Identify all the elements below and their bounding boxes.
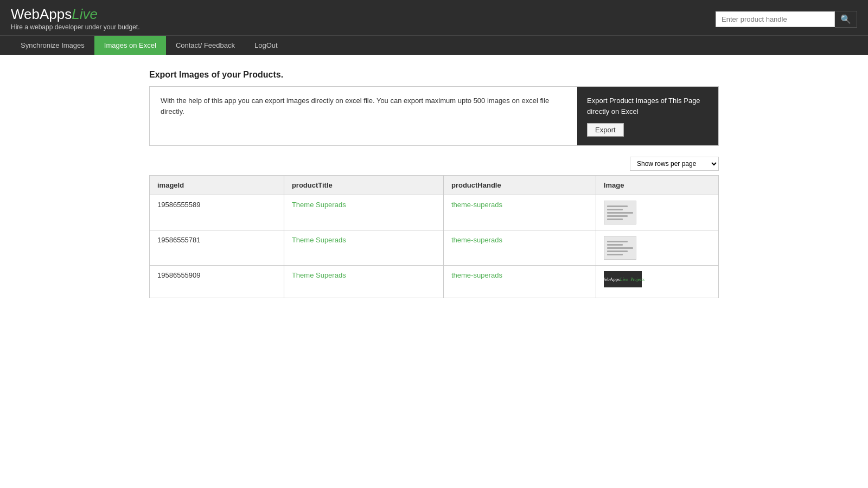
cell-product-title: Theme Superads <box>284 195 443 230</box>
cell-image-id: 19586555589 <box>150 195 284 230</box>
thumb-line <box>607 251 628 252</box>
cell-image-id: 19586555909 <box>150 266 284 298</box>
logo-web: WebApps <box>11 6 72 22</box>
nav-item-contact[interactable]: Contact/ Feedback <box>166 36 245 55</box>
cell-image-id: 19586555781 <box>150 230 284 266</box>
cell-product-handle: theme-superads <box>443 266 596 298</box>
cell-product-title: Theme Superads <box>284 266 443 298</box>
thumb-placeholder <box>604 201 636 224</box>
thumb-projects: Projects <box>630 277 644 282</box>
search-button[interactable]: 🔍 <box>835 11 857 28</box>
page-title: Export Images of your Products. <box>149 70 719 80</box>
search-area: 🔍 <box>716 11 857 28</box>
table-row: 19586555909Theme Superadstheme-superads … <box>150 266 719 298</box>
thumb-line <box>607 219 623 220</box>
thumb-line <box>607 244 623 246</box>
thumb-line <box>607 212 633 214</box>
info-right: Export Product Images of This Page direc… <box>577 87 718 146</box>
thumb-line <box>607 206 628 207</box>
table-controls: Show rows per page 10 25 50 <box>149 157 719 171</box>
main-content: Export Images of your Products. With the… <box>144 70 724 299</box>
cell-image <box>596 230 718 266</box>
col-image-id: imageId <box>150 176 284 195</box>
nav-item-logout[interactable]: LogOut <box>245 36 288 55</box>
data-table: imageId productTitle productHandle Image… <box>149 175 719 298</box>
logo: WebAppsLive <box>11 7 140 22</box>
rows-per-page-select[interactable]: Show rows per page 10 25 50 <box>630 157 719 171</box>
col-image: Image <box>596 176 718 195</box>
cell-product-title: Theme Superads <box>284 230 443 266</box>
tagline: Hire a webapp developer under your budge… <box>11 23 140 31</box>
info-right-title: Export Product Images of This Page direc… <box>587 95 709 118</box>
thumb-line <box>607 247 633 249</box>
export-button[interactable]: Export <box>587 123 624 137</box>
thumb-dark: WebAppsLive Projects <box>604 271 642 287</box>
col-product-title: productTitle <box>284 176 443 195</box>
thumb-line <box>607 254 623 255</box>
table-row: 19586555589Theme Superadstheme-superads <box>150 195 719 230</box>
cell-image <box>596 195 718 230</box>
search-input[interactable] <box>716 11 835 27</box>
info-left: With the help of this app you can export… <box>150 87 577 146</box>
info-text: With the help of this app you can export… <box>161 97 549 116</box>
logo-live: Live <box>72 6 98 22</box>
nav-item-images-excel[interactable]: Images on Excel <box>94 36 166 55</box>
thumb-logo-live: Live <box>620 277 629 282</box>
thumb-line <box>607 209 623 210</box>
nav-item-synchronize[interactable]: Synchronize Images <box>11 36 94 55</box>
thumb-logo-web: WebApps <box>601 277 620 282</box>
cell-product-handle: theme-superads <box>443 195 596 230</box>
thumb-line <box>607 215 628 217</box>
col-product-handle: productHandle <box>443 176 596 195</box>
navbar: Synchronize Images Images on Excel Conta… <box>0 35 868 55</box>
cell-image: WebAppsLive Projects <box>596 266 718 298</box>
info-box: With the help of this app you can export… <box>149 86 719 146</box>
header: WebAppsLive Hire a webapp developer unde… <box>0 0 868 35</box>
thumb-line <box>607 241 628 242</box>
cell-product-handle: theme-superads <box>443 230 596 266</box>
table-header-row: imageId productTitle productHandle Image <box>150 176 719 195</box>
table-row: 19586555781Theme Superadstheme-superads <box>150 230 719 266</box>
thumb-placeholder <box>604 236 636 260</box>
header-left: WebAppsLive Hire a webapp developer unde… <box>11 7 140 35</box>
